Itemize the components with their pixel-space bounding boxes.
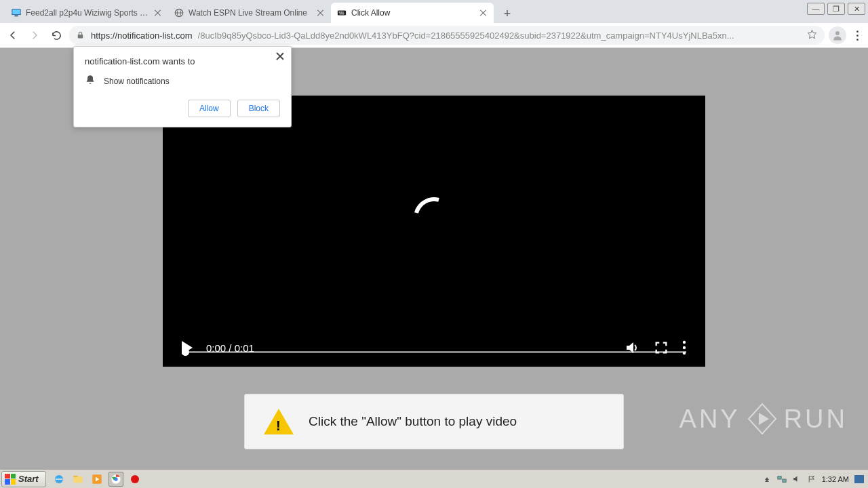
permission-title: notification-list.com wants to xyxy=(85,56,280,66)
taskbar-explorer-icon[interactable] xyxy=(71,472,85,487)
close-icon[interactable] xyxy=(479,8,488,18)
hint-text: Click the "Allow" button to play video xyxy=(309,414,517,429)
close-window-button[interactable]: ✕ xyxy=(848,3,865,15)
tabstrip: Feed2all p2p4u Wiziwig Sports Live F Wat… xyxy=(0,0,868,23)
loading-spinner-icon xyxy=(406,190,462,245)
watermark-left: ANY xyxy=(679,405,741,434)
video-time: 0:00 / 0:01 xyxy=(206,342,254,354)
play-icon[interactable] xyxy=(182,341,193,354)
close-icon[interactable] xyxy=(153,8,163,18)
notification-permission-prompt: notification-list.com wants to Show noti… xyxy=(73,46,292,127)
svg-point-11 xyxy=(835,31,840,35)
svg-point-21 xyxy=(131,475,139,483)
favicon-globe-icon xyxy=(174,7,184,18)
new-tab-button[interactable]: + xyxy=(498,4,517,23)
warning-icon xyxy=(264,409,294,434)
taskbar-ie-icon[interactable] xyxy=(52,472,66,487)
taskbar-media-icon[interactable] xyxy=(90,472,104,487)
windows-flag-icon xyxy=(5,474,16,485)
taskbar-red-circle-icon[interactable] xyxy=(127,472,142,487)
video-controls: 0:00 / 0:01 xyxy=(163,329,705,367)
svg-rect-7 xyxy=(340,12,342,12)
tab-2[interactable]: Watch ESPN Live Stream Online xyxy=(168,3,331,23)
back-button[interactable] xyxy=(4,26,22,44)
toolbar: https://notification-list.com /8ucIb9q85… xyxy=(0,23,868,48)
video-more-icon[interactable] xyxy=(682,340,686,355)
tray-clock[interactable]: 1:32 AM xyxy=(822,475,849,483)
url-path: /8ucIb9q85yQsbco-Lid3-QaLdd8ye2nd0kWL413… xyxy=(198,30,802,41)
close-icon[interactable] xyxy=(275,51,285,62)
permission-item: Show notifications xyxy=(104,77,170,86)
video-player[interactable]: 0:00 / 0:01 xyxy=(163,96,705,367)
allow-button[interactable]: Allow xyxy=(188,100,231,117)
tray-flag-icon[interactable] xyxy=(807,474,816,484)
tray-volume-icon[interactable] xyxy=(792,474,802,484)
svg-rect-5 xyxy=(338,11,346,16)
play-outline-icon xyxy=(746,403,778,435)
close-icon[interactable] xyxy=(316,8,326,18)
tab-title: Watch ESPN Live Stream Online xyxy=(189,8,312,18)
start-button[interactable]: Start xyxy=(1,471,46,487)
url-host: https://notification-list.com xyxy=(91,30,193,41)
taskbar-chrome-icon[interactable] xyxy=(108,472,123,487)
address-bar[interactable]: https://notification-list.com /8ucIb9q85… xyxy=(69,26,825,45)
bookmark-star-icon[interactable] xyxy=(807,29,818,41)
watermark-right: RUN xyxy=(784,405,848,434)
tray-show-desktop[interactable] xyxy=(854,474,864,484)
bell-icon xyxy=(85,75,96,87)
favicon-keyboard-icon xyxy=(336,7,347,18)
profile-avatar[interactable] xyxy=(829,26,846,44)
svg-rect-9 xyxy=(340,14,344,14)
fullscreen-icon[interactable] xyxy=(654,340,669,355)
tab-title: Click Allow xyxy=(351,8,475,18)
start-label: Start xyxy=(18,474,39,484)
taskbar: Start 1:32 AM xyxy=(0,469,868,488)
lock-icon xyxy=(76,30,85,40)
maximize-button[interactable]: ❐ xyxy=(827,3,845,15)
svg-rect-16 xyxy=(73,476,82,483)
browser-menu-button[interactable] xyxy=(850,30,864,41)
svg-rect-1 xyxy=(14,16,18,17)
hint-banner: Click the "Allow" button to play video xyxy=(244,394,624,449)
tray-network-icon[interactable] xyxy=(777,474,787,484)
tab-title: Feed2all p2p4u Wiziwig Sports Live F xyxy=(26,8,149,18)
tab-1[interactable]: Feed2all p2p4u Wiziwig Sports Live F xyxy=(5,3,168,23)
volume-icon[interactable] xyxy=(624,340,640,356)
block-button[interactable]: Block xyxy=(237,100,280,117)
svg-rect-17 xyxy=(73,475,77,477)
tray-expand-icon[interactable] xyxy=(762,474,772,484)
svg-rect-8 xyxy=(342,12,344,12)
svg-point-14 xyxy=(683,352,686,354)
svg-rect-0 xyxy=(12,9,20,15)
favicon-monitor-icon xyxy=(11,7,22,18)
forward-button[interactable] xyxy=(26,26,43,44)
reload-button[interactable] xyxy=(47,26,65,44)
svg-rect-22 xyxy=(778,476,781,479)
svg-rect-6 xyxy=(339,12,340,12)
svg-point-13 xyxy=(683,346,686,349)
svg-rect-24 xyxy=(854,475,864,483)
system-tray: 1:32 AM xyxy=(762,474,868,484)
svg-rect-23 xyxy=(783,479,786,482)
tab-3-active[interactable]: Click Allow xyxy=(331,3,494,23)
minimize-button[interactable]: — xyxy=(807,3,825,15)
svg-point-12 xyxy=(683,341,686,344)
anyrun-watermark: ANY RUN xyxy=(679,403,848,435)
svg-rect-10 xyxy=(78,35,83,38)
